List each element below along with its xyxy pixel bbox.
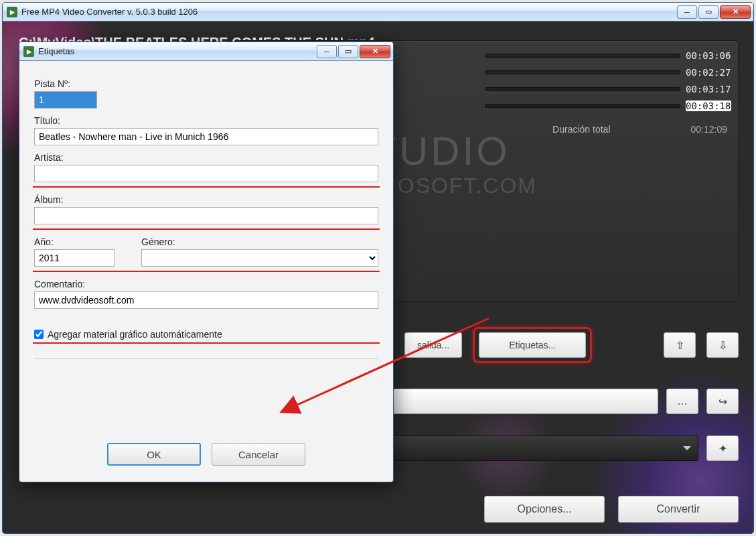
convert-button[interactable]: Convertir bbox=[618, 496, 739, 523]
title-input[interactable] bbox=[34, 128, 378, 145]
track-input[interactable] bbox=[34, 91, 97, 109]
maximize-button[interactable]: ▭ bbox=[698, 5, 719, 19]
main-titlebar[interactable]: ▶ Free MP4 Video Converter v. 5.0.3 buil… bbox=[3, 3, 753, 21]
title-label: Título: bbox=[34, 115, 378, 126]
album-label: Álbum: bbox=[34, 194, 378, 205]
dialog-button-row: OK Cancelar bbox=[19, 428, 393, 482]
tags-dialog: ▶ Etiquetas ─ ▭ ✕ Pista Nº: Título: Arti… bbox=[19, 42, 394, 482]
app-icon: ▶ bbox=[7, 7, 17, 17]
track-label: Pista Nº: bbox=[34, 78, 378, 89]
bottom-row: Opciones... Convertir bbox=[484, 496, 739, 523]
cancel-button[interactable]: Cancelar bbox=[212, 443, 305, 466]
year-label: Año: bbox=[34, 237, 115, 247]
watermark-site: OSOFT.COM bbox=[398, 174, 537, 198]
ok-button[interactable]: OK bbox=[107, 443, 201, 466]
options-button[interactable]: Opciones... bbox=[484, 496, 605, 523]
red-underline bbox=[33, 271, 380, 272]
mid-button-row: salida... Etiquetas... ⇧ ⇩ bbox=[404, 327, 739, 363]
total-duration-value: 00:12:09 bbox=[691, 124, 728, 135]
output-button[interactable]: salida... bbox=[404, 332, 462, 358]
red-underline bbox=[33, 342, 380, 344]
etiquetas-button[interactable]: Etiquetas... bbox=[479, 332, 586, 358]
artist-input[interactable] bbox=[34, 165, 378, 182]
genre-select[interactable] bbox=[141, 249, 378, 267]
auto-artwork-checkbox[interactable] bbox=[34, 330, 44, 339]
dialog-close-button[interactable]: ✕ bbox=[360, 45, 390, 58]
dialog-icon: ▶ bbox=[23, 46, 34, 57]
artist-label: Artista: bbox=[34, 152, 378, 163]
dialog-title: Etiquetas bbox=[38, 46, 74, 56]
red-underline bbox=[33, 186, 380, 188]
close-button[interactable]: ✕ bbox=[720, 5, 751, 19]
genre-label: Género: bbox=[141, 237, 378, 247]
dialog-titlebar[interactable]: ▶ Etiquetas ─ ▭ ✕ bbox=[19, 42, 393, 61]
wand-button[interactable]: ✦ bbox=[706, 436, 739, 461]
auto-artwork-label: Agregar material gráfico automáticamente bbox=[48, 329, 222, 340]
separator bbox=[34, 358, 378, 359]
year-input[interactable] bbox=[34, 249, 115, 267]
total-duration-label: Duración total bbox=[552, 124, 610, 135]
etiquetas-highlight: Etiquetas... bbox=[473, 327, 592, 363]
comment-label: Comentario: bbox=[34, 279, 378, 289]
move-up-button[interactable]: ⇧ bbox=[664, 332, 696, 358]
dialog-maximize-button[interactable]: ▭ bbox=[338, 45, 358, 58]
move-down-button[interactable]: ⇩ bbox=[706, 332, 739, 358]
minimize-button[interactable]: ─ bbox=[677, 5, 697, 19]
dialog-minimize-button[interactable]: ─ bbox=[317, 45, 337, 58]
browse-button[interactable]: … bbox=[666, 389, 698, 414]
dialog-body: Pista Nº: Título: Artista: Álbum: Año: G… bbox=[19, 61, 393, 428]
comment-input[interactable] bbox=[34, 291, 378, 309]
album-input[interactable] bbox=[34, 207, 378, 224]
app-title: Free MP4 Video Converter v. 5.0.3 build … bbox=[21, 7, 198, 17]
open-folder-button[interactable]: ↪ bbox=[706, 389, 739, 414]
